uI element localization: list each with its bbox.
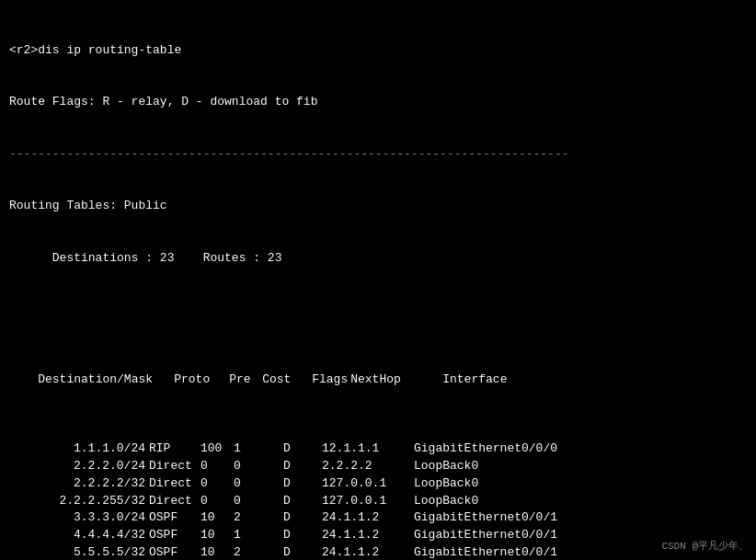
column-headers: Destination/MaskProtoPreCostFlagsNextHop… (9, 354, 747, 406)
routing-table-rows: 1.1.1.0/24RIP1001D12.1.1.1GigabitEtherne… (9, 440, 747, 560)
table-row: 4.4.4.4/32OSPF101D24.1.1.2GigabitEtherne… (9, 527, 747, 544)
table-row: 2.2.2.255/32Direct00D127.0.0.1LoopBack0 (9, 493, 747, 510)
table-row: 1.1.1.0/24RIP1001D12.1.1.1GigabitEtherne… (9, 440, 747, 458)
table-row: 5.5.5.5/32OSPF102D24.1.1.2GigabitEtherne… (9, 544, 747, 560)
command-line: <r2>dis ip routing-table (9, 42, 747, 60)
route-flags: Route Flags: R - relay, D - download to … (9, 94, 747, 111)
table-row: 2.2.2.2/32Direct00D127.0.0.1LoopBack0 (9, 475, 747, 493)
blank-line (9, 302, 747, 319)
terminal-window: <r2>dis ip routing-table Route Flags: R … (9, 7, 747, 560)
table-row: 2.2.2.0/24Direct00D2.2.2.2LoopBack0 (9, 458, 747, 475)
routing-table-section: Routing Tables: Public (9, 198, 747, 215)
table-row: 3.3.3.0/24OSPF102D24.1.1.2GigabitEtherne… (9, 509, 747, 527)
watermark: CSDN @平凡少年、 (661, 540, 749, 554)
dest-routes-counts: Destinations : 23 Routes : 23 (9, 250, 747, 268)
divider-line: ----------------------------------------… (9, 146, 747, 164)
